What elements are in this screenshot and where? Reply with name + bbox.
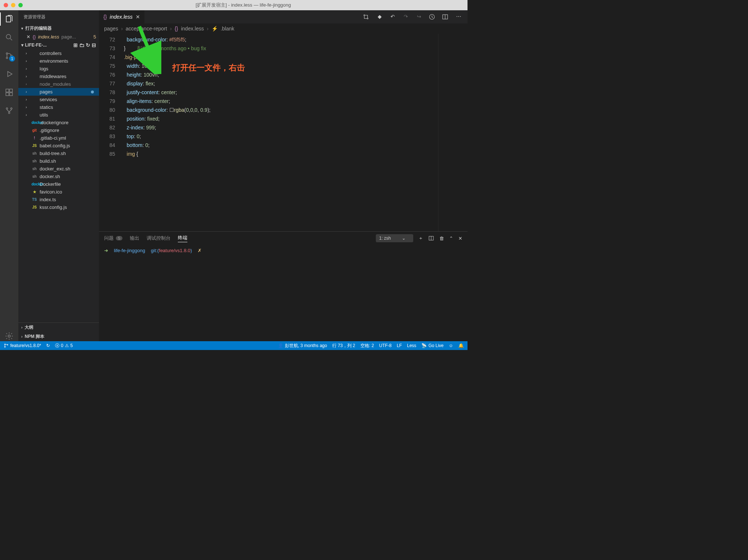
item-label: utils (40, 112, 48, 118)
file-item[interactable]: ★favicon.ico (18, 188, 99, 196)
split-terminal-icon[interactable] (428, 235, 434, 241)
status-encoding[interactable]: UTF-8 (379, 343, 392, 349)
redo-icon[interactable]: ↷ (402, 14, 410, 20)
kill-terminal-icon[interactable]: 🗑 (439, 236, 444, 241)
split-editor-icon[interactable] (442, 14, 449, 20)
item-label: kssr.config.js (40, 205, 67, 210)
chevron-right-icon: › (26, 105, 29, 109)
forward-icon[interactable]: ↪ (415, 14, 423, 20)
item-label: statics (40, 104, 53, 110)
file-item[interactable]: docker.dockerignore (18, 119, 99, 126)
symbol-icon: ⚡ (212, 26, 218, 32)
folder-item[interactable]: ›node_modules (18, 80, 99, 88)
git-graph-icon[interactable] (4, 106, 14, 116)
tab-index-less[interactable]: {} index.less ✕ (99, 10, 145, 23)
folder-item[interactable]: ›controllers (18, 49, 99, 57)
file-item[interactable]: !.gitlab-ci.yml (18, 134, 99, 142)
file-item[interactable]: git.gitignore (18, 126, 99, 134)
undo-icon[interactable]: ↶ (389, 14, 396, 20)
diamond-icon[interactable]: ◆ (376, 14, 383, 20)
settings-gear-icon[interactable] (4, 331, 14, 341)
folder-item[interactable]: ›statics (18, 103, 99, 111)
status-feedback-icon[interactable]: ☺ (449, 343, 453, 349)
status-problems[interactable]: ⓧ 0 ⚠ 5 (55, 343, 73, 349)
svg-rect-5 (6, 93, 9, 96)
file-item[interactable]: shdocker_exc.sh (18, 165, 99, 173)
file-item[interactable]: shbuild-tree.sh (18, 150, 99, 157)
terminal[interactable]: ➜ life-fe-jinggong git:(feature/vs1.8.0)… (99, 245, 467, 341)
terminal-selector[interactable]: 1: zsh⌄ (376, 234, 413, 242)
close-window-icon[interactable] (4, 3, 8, 7)
git-compare-icon[interactable] (363, 14, 370, 20)
panel-tab-output[interactable]: 输出 (130, 235, 139, 242)
status-eol[interactable]: LF (397, 343, 402, 349)
status-bell-icon[interactable]: 🔔 (458, 343, 464, 349)
window-titlebar: [扩展开发宿主] - index.less — life-fe-jinggong (0, 0, 467, 10)
item-label: controllers (40, 51, 62, 56)
minimize-window-icon[interactable] (11, 3, 15, 7)
folder-item[interactable]: ›services (18, 96, 99, 103)
folder-item[interactable]: ›middlewares (18, 73, 99, 80)
maximize-panel-icon[interactable]: ⌃ (449, 236, 453, 241)
file-item[interactable]: dockerDockerfile (18, 180, 99, 188)
npm-scripts-header[interactable]: ›NPM 脚本 (18, 332, 99, 341)
clock-icon[interactable] (429, 14, 436, 20)
collapse-all-icon[interactable]: ⊟ (92, 42, 96, 48)
modified-indicator (91, 91, 94, 93)
item-label: .gitignore (40, 128, 59, 133)
file-tree: ›controllers›environments›logs›middlewar… (18, 49, 99, 323)
less-file-icon: {} (33, 34, 36, 40)
close-panel-icon[interactable]: ✕ (458, 236, 462, 241)
open-editors-header[interactable]: ▾打开的编辑器 (18, 24, 99, 33)
debug-icon[interactable] (4, 69, 14, 79)
more-icon[interactable]: ⋯ (455, 14, 462, 20)
project-header[interactable]: ▾ LIFE-FE-... ⊞ 🗀 ↻ ⊟ (18, 41, 99, 49)
file-item[interactable]: shbuild.sh (18, 157, 99, 165)
status-blame[interactable]: 👤 彭世航, 3 months ago (278, 343, 327, 349)
explorer-icon[interactable] (4, 14, 14, 24)
status-indentation[interactable]: 空格: 2 (360, 343, 374, 349)
chevron-down-icon: ▾ (21, 43, 23, 48)
svg-rect-7 (10, 89, 12, 92)
status-branch[interactable]: feature/vs1.8.0* (4, 343, 41, 348)
close-tab-icon[interactable]: ✕ (136, 14, 140, 20)
chevron-right-icon: › (26, 82, 29, 86)
file-item[interactable]: JSbabel.config.js (18, 142, 99, 150)
folder-item[interactable]: ›pages (18, 88, 99, 96)
search-icon[interactable] (4, 32, 14, 43)
status-cursor-position[interactable]: 行 73，列 2 (332, 343, 355, 349)
svg-point-8 (6, 108, 8, 109)
chevron-down-icon: ⌄ (402, 236, 406, 241)
folder-item[interactable]: ›utils (18, 111, 99, 119)
source-control-icon[interactable]: 1 (4, 51, 14, 61)
minimap[interactable] (438, 34, 467, 231)
extensions-icon[interactable] (4, 87, 14, 97)
new-file-icon[interactable]: ⊞ (73, 42, 78, 48)
new-folder-icon[interactable]: 🗀 (79, 42, 84, 48)
status-go-live[interactable]: 📡 Go Live (421, 343, 443, 349)
status-language[interactable]: Less (407, 343, 416, 349)
code-content[interactable]: background-color: #f5f5f5; } 彭世航, 3 mont… (121, 34, 438, 231)
outline-header[interactable]: ›大纲 (18, 323, 99, 332)
panel-tab-terminal[interactable]: 终端 (178, 235, 187, 242)
window-title: [扩展开发宿主] - index.less — life-fe-jinggong (23, 2, 464, 8)
folder-item[interactable]: ›environments (18, 57, 99, 65)
breadcrumb[interactable]: pages› acceptance-report› {}index.less› … (99, 23, 467, 34)
panel-tab-problems[interactable]: 问题5 (104, 235, 122, 242)
refresh-icon[interactable]: ↻ (86, 42, 90, 48)
file-item[interactable]: JSkssr.config.js (18, 203, 99, 211)
file-type-icon: ★ (32, 190, 37, 194)
panel-tab-debug[interactable]: 调试控制台 (147, 235, 170, 242)
scm-badge: 1 (9, 56, 15, 62)
folder-item[interactable]: ›logs (18, 65, 99, 73)
open-editor-item[interactable]: ✕ {} index.less page... 5 (18, 33, 99, 41)
maximize-window-icon[interactable] (18, 3, 23, 7)
file-type-icon: ! (32, 136, 37, 140)
code-editor[interactable]: 7273747576777879808182838485 background-… (99, 34, 467, 231)
file-item[interactable]: TSindex.ts (18, 196, 99, 203)
close-icon[interactable]: ✕ (26, 34, 30, 40)
status-sync[interactable]: ↻ (46, 343, 50, 348)
file-item[interactable]: shdocker.sh (18, 173, 99, 180)
chevron-down-icon: ▾ (21, 26, 23, 30)
new-terminal-icon[interactable]: ＋ (418, 235, 423, 242)
